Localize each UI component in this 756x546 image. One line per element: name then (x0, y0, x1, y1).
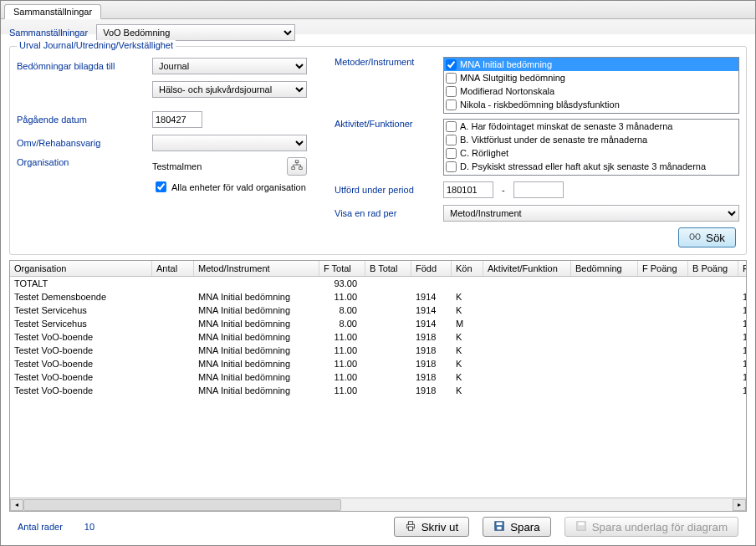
table-row[interactable]: Testet VoO-boendeMNA Initial bedömning11… (10, 330, 746, 344)
cell-bed (571, 384, 638, 397)
list-item-checkbox[interactable] (446, 86, 457, 97)
sok-button[interactable]: Sök (678, 227, 736, 247)
omv-select[interactable] (152, 135, 307, 151)
svg-rect-0 (295, 161, 299, 163)
column-header[interactable]: Aktivitet/Funktion (483, 261, 571, 276)
cell-kon: K (452, 290, 483, 304)
bedomningar-label: Bedömningar bilagda till (17, 61, 144, 71)
list-item[interactable]: MNA Slutgiltig bedömning (444, 71, 738, 84)
cell-btot (365, 344, 411, 357)
cell-org: Testet VoO-boende (10, 344, 152, 357)
cell-fp (638, 357, 688, 370)
column-header[interactable]: F Total (319, 261, 365, 276)
spara-underlag-button[interactable]: Spara underlag för diagram (564, 517, 738, 537)
list-item[interactable]: Modifierad Nortonskala (444, 84, 738, 98)
cell-metod (194, 277, 319, 290)
svg-rect-2 (299, 167, 303, 170)
column-header[interactable]: Bedömning (571, 261, 638, 276)
table-row[interactable]: Testet DemensboendeMNA Initial bedömning… (10, 290, 746, 304)
column-header[interactable]: Personn (738, 261, 747, 276)
list-item-label: A. Har födointaget minskat de senaste 3 … (460, 121, 672, 131)
list-item-checkbox[interactable] (446, 148, 457, 159)
table-row[interactable]: Testet VoO-boendeMNA Initial bedömning11… (10, 357, 746, 370)
list-item-label: B. Viktförlust under de senaste tre måna… (460, 135, 647, 145)
cell-akt (483, 357, 571, 370)
table-row[interactable]: TOTALT93.00 (10, 277, 746, 290)
svg-rect-8 (408, 526, 412, 529)
list-item[interactable]: Nikola - riskbedömning blåsdysfunktion (444, 98, 738, 111)
journal-type-select[interactable]: Hälso- och sjukvårdsjournal (152, 81, 307, 98)
cell-fp (638, 317, 688, 330)
list-item-checkbox[interactable] (446, 59, 457, 70)
header-label: Sammanställningar (9, 28, 88, 38)
right-column: Metoder/Instrument MNA Initial bedömning… (335, 52, 739, 247)
list-item[interactable]: B. Viktförlust under de senaste tre måna… (444, 133, 738, 146)
cell-antal (152, 370, 194, 384)
cell-pers (738, 277, 746, 290)
alla-enheter-checkbox[interactable] (156, 181, 166, 192)
spara-button[interactable]: Spara (483, 517, 551, 537)
visa-select[interactable]: Metod/Instrument (443, 205, 739, 222)
cell-org: Testet VoO-boende (10, 384, 152, 397)
bedomningar-select[interactable]: Journal (152, 58, 307, 74)
alla-enheter-label: Alla enheter för vald organisation (171, 182, 306, 192)
scroll-thumb[interactable] (23, 499, 341, 511)
list-item[interactable]: MNA Initial bedömning (444, 58, 738, 71)
scroll-left-arrow[interactable]: ◂ (10, 499, 23, 511)
pagaende-label: Pågående datum (17, 115, 144, 125)
cell-bp (688, 290, 738, 304)
cell-antal (152, 304, 194, 317)
pagaende-datum-input[interactable] (152, 111, 202, 128)
table-row[interactable]: Testet ServicehusMNA Initial bedömning8.… (10, 304, 746, 317)
aktivitet-listbox[interactable]: A. Har födointaget minskat de senaste 3 … (443, 119, 739, 176)
cell-fodd: 1918 (411, 370, 452, 384)
table-row[interactable]: Testet ServicehusMNA Initial bedömning8.… (10, 317, 746, 330)
column-header[interactable]: F Poäng (638, 261, 688, 276)
cell-ftot: 11.00 (319, 357, 365, 370)
grid-h-scrollbar[interactable]: ◂ ▸ (10, 498, 746, 511)
cell-kon: K (452, 330, 483, 344)
list-item-checkbox[interactable] (446, 73, 457, 84)
list-item-checkbox[interactable] (446, 161, 457, 172)
scroll-right-arrow[interactable]: ▸ (733, 499, 746, 511)
spara-underlag-label: Spara underlag för diagram (592, 521, 728, 533)
alla-enheter-checkbox-wrap[interactable]: Alla enheter för vald organisation (152, 179, 307, 195)
cell-antal (152, 357, 194, 370)
table-row[interactable]: Testet VoO-boendeMNA Initial bedömning11… (10, 344, 746, 357)
cell-metod: MNA Initial bedömning (194, 344, 319, 357)
column-header[interactable]: Metod/Instrument (194, 261, 319, 276)
cell-ftot: 93.00 (319, 277, 365, 290)
column-header[interactable]: Född (411, 261, 452, 276)
table-row[interactable]: Testet VoO-boendeMNA Initial bedömning11… (10, 370, 746, 384)
list-item-checkbox[interactable] (446, 135, 457, 145)
search-icon (689, 231, 701, 245)
column-header[interactable]: B Poäng (688, 261, 738, 276)
results-grid[interactable]: OrganisationAntalMetod/InstrumentF Total… (9, 260, 747, 512)
skriv-ut-button[interactable]: Skriv ut (394, 517, 469, 537)
cell-pers: 180213 (738, 357, 746, 370)
cell-kon (452, 277, 483, 290)
tab-sammanstallningar[interactable]: Sammanställningar (4, 4, 101, 19)
organisation-picker-button[interactable] (287, 157, 307, 176)
period-to-input[interactable] (513, 181, 564, 198)
period-from-input[interactable] (443, 181, 493, 198)
cell-antal (152, 330, 194, 344)
metoder-listbox[interactable]: MNA Initial bedömningMNA Slutgiltig bedö… (443, 57, 739, 114)
list-item-checkbox[interactable] (446, 100, 457, 110)
list-item-label: C. Rörlighet (460, 148, 508, 158)
list-item[interactable]: C. Rörlighet (444, 146, 738, 160)
column-header[interactable]: B Total (365, 261, 411, 276)
list-item[interactable]: A. Har födointaget minskat de senaste 3 … (444, 120, 738, 133)
list-item[interactable]: D. Psykiskt stressad eller haft akut sjk… (444, 160, 738, 173)
list-item-checkbox[interactable] (446, 121, 457, 132)
cell-bp (688, 304, 738, 317)
cell-bed (571, 344, 638, 357)
cell-btot (365, 317, 411, 330)
column-header[interactable]: Organisation (10, 261, 152, 276)
table-row[interactable]: Testet VoO-boendeMNA Initial bedömning11… (10, 384, 746, 397)
column-header[interactable]: Kön (452, 261, 483, 276)
cell-pers: 141212 (738, 317, 746, 330)
list-item-label: D. Psykiskt stressad eller haft akut sjk… (460, 161, 706, 171)
column-header[interactable]: Antal (152, 261, 194, 276)
sammanstallningar-select[interactable]: VoO Bedömning (96, 24, 295, 41)
